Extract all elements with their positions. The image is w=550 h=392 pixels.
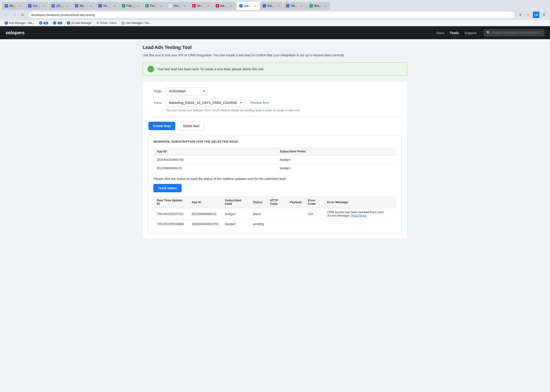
divider xyxy=(148,117,402,117)
search-input[interactable] xyxy=(484,29,544,36)
bookmark-item-3[interactable]: M(4) Ads Manager xyxy=(65,21,94,25)
browser-tab-fac[interactable]: P Fac... ✕ xyxy=(143,2,166,10)
form-select-wrapper: Marketing_EMAIL_10_DAYS_FREE_COURSE ▼ xyxy=(166,99,245,107)
bookmark-item-0[interactable]: MAds Manager - Ma... xyxy=(3,21,36,25)
browser-tab-fb2[interactable]: f Lea... ✕ xyxy=(236,2,260,10)
create-lead-button[interactable]: Create lead xyxy=(148,122,175,130)
share-icon[interactable]: ⬆ xyxy=(517,12,523,18)
browser-tab-pab[interactable]: P Pab... ✕ xyxy=(119,2,142,10)
nav-docs[interactable]: Docs xyxy=(436,30,444,36)
track-status-button[interactable]: Track status xyxy=(153,184,182,192)
browser-tab-gm[interactable]: M Gm... ✕ xyxy=(166,2,189,10)
webhook-table: App ID Subscribed Fields 182944416394375… xyxy=(153,147,397,172)
tab-close-me1[interactable]: ✕ xyxy=(19,4,22,8)
webhook-col-fields: Subscribed Fields xyxy=(277,147,397,156)
tab-close-gm[interactable]: ✕ xyxy=(183,4,187,8)
tab-close-bes[interactable]: ✕ xyxy=(324,4,327,8)
bookmark-item-2[interactable]: M41 xyxy=(51,21,64,25)
read-more-link-0[interactable]: Read More. xyxy=(351,214,367,217)
browser-tab-vie[interactable]: V Vie... ✕ xyxy=(283,2,307,10)
tab-close-yt1[interactable]: ✕ xyxy=(206,4,210,8)
browser-tab-ass[interactable]: A Ass... ✕ xyxy=(260,2,283,10)
tab-favicon-yt1: ▶ xyxy=(192,4,195,7)
realtime-col-6: Error Code xyxy=(305,196,324,208)
bookmark-favicon-4: ✉ xyxy=(97,21,99,25)
page-select[interactable]: AndroWash xyxy=(166,87,208,95)
extension-badge[interactable]: 128 xyxy=(533,12,539,18)
address-bar[interactable]: developers.facebook.com/tools/lead-ads-t… xyxy=(28,11,515,19)
tab-favicon-yt2: ▶ xyxy=(216,4,219,7)
bookmark-badge-2: 41 xyxy=(57,22,62,24)
tab-title-yt2: lea... xyxy=(220,4,228,7)
success-message: Your test lead has been sent. To create … xyxy=(157,67,265,71)
browser-tab-yt1[interactable]: ▶ Ho... ✕ xyxy=(189,2,213,10)
tab-close-cor[interactable]: ✕ xyxy=(42,4,46,8)
tab-title-yt1: Ho... xyxy=(197,4,205,7)
tab-close-me2[interactable]: ✕ xyxy=(89,4,93,8)
nav-tools[interactable]: Tools xyxy=(450,30,459,36)
tab-favicon-fb2: f xyxy=(239,4,242,7)
webhook-title: WEBHOOK SUBSCRIPTION FOR THE SELECTED PA… xyxy=(153,140,397,143)
bookmark-item-5[interactable]: 🌐Ads Manager - Ma... xyxy=(119,21,153,25)
tab-close-fb2[interactable]: ✕ xyxy=(253,4,257,8)
bookmark-item-4[interactable]: ✉Gmail - Inbox xyxy=(95,21,118,25)
button-row: Create lead Delete lead xyxy=(148,122,402,130)
extensions-icon[interactable]: ☰ xyxy=(541,12,547,18)
rt-errormsg-0: CRM access has been revoked from Lead Ac… xyxy=(324,208,397,220)
rt-status-1: pending xyxy=(250,220,267,228)
page-title: Lead Ads Testing Tool xyxy=(143,45,407,50)
tab-close-fac[interactable]: ✕ xyxy=(159,4,163,8)
form-form-row: Form: Marketing_EMAIL_10_DAYS_FREE_COURS… xyxy=(148,99,402,107)
page-form-row: Page: AndroWash ▼ xyxy=(148,87,402,95)
tab-favicon-bes: S xyxy=(310,4,313,7)
bookmark-item-1[interactable]: M42 xyxy=(37,21,50,25)
page-description: Use this tool to test your API or CRM in… xyxy=(143,53,407,58)
bookmark-favicon-0: M xyxy=(5,21,8,25)
tab-title-vie: Vie... xyxy=(291,4,299,7)
tab-title-bes: Bes... xyxy=(314,4,322,7)
tab-favicon-ads: A xyxy=(99,4,102,7)
tab-title-pab: Pab... xyxy=(127,4,135,7)
bookmark-favicon-3: M xyxy=(67,21,70,25)
browser-chrome: M Me... ✕ C Cor... ✕ f (20... ✕ M Me... … xyxy=(0,0,550,26)
refresh-button[interactable]: ↻ xyxy=(20,12,26,18)
realtime-col-3: Status xyxy=(250,196,267,208)
tab-title-me2: Me... xyxy=(80,4,87,7)
tab-close-yt2[interactable]: ✕ xyxy=(230,4,233,8)
tab-title-ass: Ass... xyxy=(267,4,275,7)
webhook-row-1: 652209868906131 leadgen xyxy=(153,164,397,172)
rt-errorcode-0: 103 xyxy=(305,208,324,220)
browser-tab-fb20[interactable]: f (20... ✕ xyxy=(49,2,72,10)
rt-id-1: 7561401049193888 xyxy=(153,220,188,228)
browser-tab-me1[interactable]: M Me... ✕ xyxy=(2,2,25,10)
back-button[interactable]: ← xyxy=(3,12,9,18)
rt-errorcode-1 xyxy=(305,220,324,228)
bookmark-favicon-2: M xyxy=(53,21,56,25)
nav-support[interactable]: Support xyxy=(464,30,477,36)
tab-close-vie[interactable]: ✕ xyxy=(300,4,304,8)
tab-close-ass[interactable]: ✕ xyxy=(277,4,280,8)
delete-lead-button[interactable]: Delete lead xyxy=(178,122,204,130)
browser-tab-me2[interactable]: M Me... ✕ xyxy=(72,2,95,10)
search-wrapper: 🔍 xyxy=(484,29,544,36)
form-select[interactable]: Marketing_EMAIL_10_DAYS_FREE_COURSE xyxy=(166,99,245,107)
browser-tab-bes[interactable]: S Bes... ✕ xyxy=(307,2,330,10)
browser-tab-cor[interactable]: C Cor... ✕ xyxy=(25,2,49,10)
bookmark-icon[interactable]: ☆ xyxy=(525,12,531,18)
form-section: Page: AndroWash ▼ Form: Marketing_EMAIL_… xyxy=(143,81,407,239)
preview-form-link[interactable]: Preview form xyxy=(250,101,269,105)
webhook-fields-1: leadgen xyxy=(277,164,397,172)
tab-close-ads[interactable]: ✕ xyxy=(112,4,116,8)
browser-tab-yt2[interactable]: ▶ lea... ✕ xyxy=(213,2,236,10)
webhook-appid-1: 652209868906131 xyxy=(153,164,277,172)
address-text: developers.facebook.com/tools/lead-ads-t… xyxy=(31,13,95,17)
address-bar-row: ← → ↻ developers.facebook.com/tools/lead… xyxy=(0,10,550,20)
tab-close-fb20[interactable]: ✕ xyxy=(65,4,69,8)
bookmark-label-4: Gmail - Inbox xyxy=(100,21,116,25)
realtime-col-1: App ID xyxy=(188,196,222,208)
tab-close-pab[interactable]: ✕ xyxy=(136,4,140,8)
realtime-table: Real Time Update IDApp IDSubscribed Fiel… xyxy=(153,196,397,228)
browser-tab-ads[interactable]: A Ad... ✕ xyxy=(96,2,119,10)
forward-button[interactable]: → xyxy=(11,12,18,18)
tab-favicon-gm: M xyxy=(169,4,172,7)
